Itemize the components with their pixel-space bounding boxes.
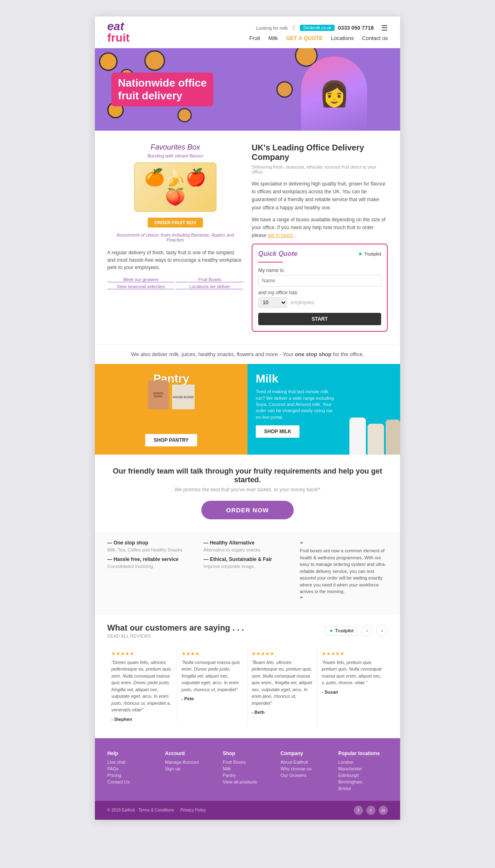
quote-close-icon: ❞ [300,596,303,602]
footer-manage-account[interactable]: Manage Account [165,760,214,765]
testimonials-title: What our customers are saying . . . [107,623,244,633]
header-top: Looking for milk 🥛 Drinkmilk.co.uk 0333 … [256,23,388,33]
tp-star-icon: ★ [329,628,333,633]
order-now-btn[interactable]: ORDER NOW [201,501,294,519]
milk-icon: 🥛 [291,25,297,30]
uk-leading-title: UK's Leading Office Delivery Company [252,143,388,162]
twitter-icon[interactable]: t [366,806,375,815]
drinkmilk-link[interactable]: Drinkmilk.co.uk [300,25,335,31]
milk-bottle-3 [386,420,400,455]
nav-get-quote[interactable]: GET A QUOTE [286,35,323,41]
instagram-icon[interactable]: in [379,806,388,815]
footer-view-all[interactable]: View all products [223,779,272,784]
footer-about[interactable]: About Eatfruit [280,760,330,765]
milk-bottles [349,418,400,455]
quote-icon: ❝ [300,540,303,547]
trustpilot-logo: ★ Trustpilot [325,626,358,636]
footer-manchester[interactable]: Manchester [338,766,388,771]
fruit-box-image: 🍊🍌🍎🍑 [134,162,217,212]
copyright: © 2019 Eatfruit [107,808,135,812]
testimonial-author-1: - Stephen [111,717,173,722]
benefit-hassle-title: Hassle free, reliable service [107,556,195,562]
footer-contact-us[interactable]: Contact Us [107,779,157,784]
footer-our-growers[interactable]: Our Growers [280,773,330,778]
footer-edinburgh[interactable]: Edinburgh [338,773,388,778]
testimonial-1: ★★★★★ "Donec quam felis, ultricies pelle… [107,647,177,726]
footer-company-title: Company [280,751,330,756]
fruity-section: Our friendly team will talk through your… [95,455,400,532]
trustpilot-star-icon: ★ [358,251,363,257]
next-arrow[interactable]: › [376,625,388,636]
footer-legal: © 2019 Eatfruit Terms & Conditions Priva… [107,808,208,812]
nav-locations[interactable]: Locations [331,35,354,41]
milk-bottle-1 [349,418,366,455]
uk-leading-subtitle: Delivering fresh, seasonal, ethically so… [252,164,388,174]
fruity-subtitle: We promise the best fruit you've ever ta… [107,487,388,493]
benefit-one-stop-title: One stop shop [107,540,195,546]
orange-circle-6 [276,81,293,98]
qq-start-btn[interactable]: START [258,313,381,325]
nav-milk[interactable]: Milk [268,35,278,41]
logo-fruit: fruit [107,31,130,44]
header-right: Looking for milk 🥛 Drinkmilk.co.uk 0333 … [249,23,388,41]
facebook-icon[interactable]: f [354,806,363,815]
prev-arrow[interactable]: ‹ [361,625,373,636]
fruit-boxes-link[interactable]: Fruit Boxes [176,277,243,282]
one-stop-highlight: one stop shop [295,351,332,357]
logo: eat fruit [107,21,130,44]
footer-birmingham[interactable]: Birmingham [338,779,388,784]
locations-deliver-link[interactable]: Locations we deliver [176,284,243,289]
pantry-title: Pantry [95,372,248,385]
footer-bristol[interactable]: Bristol [338,786,388,791]
footer-grid: Help Live chat FAQs Pricing Contact Us A… [107,751,388,793]
qq-employees-select[interactable]: 10 20 50 100 [258,297,287,308]
pantry-card: Pantry GREEN BEAN HOUSE BLEND SHOP PANTR… [95,364,248,455]
footer-fruit-boxes[interactable]: Fruit Boxes [223,760,272,765]
testimonial-text-1: "Donec quam felis, ultricies pellentesqu… [111,659,173,713]
shop-milk-btn[interactable]: SHOP MILK [256,425,299,438]
order-fruit-btn[interactable]: ORDER FRUIT BOX [148,218,203,228]
hero-text: Nationwide office fruit delivery [111,73,213,106]
trustpilot-badge: ★ Trustpilot [358,251,381,257]
pantry-bag-icon: GREEN BEAN [148,380,169,409]
hamburger-icon[interactable]: ☰ [381,23,388,33]
uk-para1: We specialise in delivering high quality… [252,180,388,212]
footer-faqs[interactable]: FAQs [107,766,157,771]
nav-contact[interactable]: Contact us [362,35,388,41]
stars-3: ★★★★★ [252,651,313,657]
get-in-touch-link[interactable]: get in touch [268,232,293,238]
terms-link[interactable]: Terms & Conditions [139,808,174,812]
one-stop-banner: We also deliver milk, juices, healthy sn… [95,344,400,364]
nav-fruit[interactable]: Fruit [249,35,260,41]
footer-live-chat[interactable]: Live chat [107,760,157,765]
shop-pantry-btn[interactable]: SHOP PANTRY [145,434,197,446]
milk-bottle-2 [368,424,384,455]
hero-person-image: 👩 [301,56,367,131]
logo-eat: eat [107,20,124,33]
privacy-link[interactable]: Privacy Policy [180,808,206,812]
meet-growers-link[interactable]: Meet our growers [107,277,174,282]
footer-sign-up[interactable]: Sign up [165,766,214,771]
fruity-title: Our friendly team will talk through your… [107,467,388,484]
right-col: UK's Leading Office Delivery Company Del… [252,143,388,332]
benefit-hassle-subtitle: Consolidated Invoicing. [107,564,195,569]
qq-employees-label: employees [290,300,314,305]
footer-london[interactable]: London [338,760,388,765]
testimonial-3: ★★★★★ "Buam felo, ultricies pellentesque… [248,647,318,726]
read-all-reviews[interactable]: READ ALL REVIEWS [107,633,244,638]
hero-title: Nationwide office fruit delivery [111,73,213,106]
qq-office-label: and my office has: [258,290,381,296]
footer-milk[interactable]: Milk [223,766,272,771]
testimonial-text-4: "Huam felo, pretium quis, pretium quis. … [322,659,384,686]
testimonials-grid: ★★★★★ "Donec quam felis, ultricies pelle… [95,643,400,738]
benefit-ethical-title: Ethical, Sustainable & Fair [203,556,291,562]
footer-why-choose[interactable]: Why choose us [280,766,330,771]
hero-person: 👩 [301,56,367,131]
regular-delivery-text: A regular delivery of fresh, tasty fruit… [107,249,243,271]
footer-pantry[interactable]: Pantry [223,773,272,778]
qq-name-label: My name is: [258,267,381,273]
testimonial-4: ★★★★★ "Huam felo, pretium quis, pretium … [318,647,388,726]
seasonal-selection-link[interactable]: View seasonal selection [107,284,174,289]
qq-name-input[interactable] [258,275,381,286]
footer-pricing[interactable]: Pricing [107,773,157,778]
